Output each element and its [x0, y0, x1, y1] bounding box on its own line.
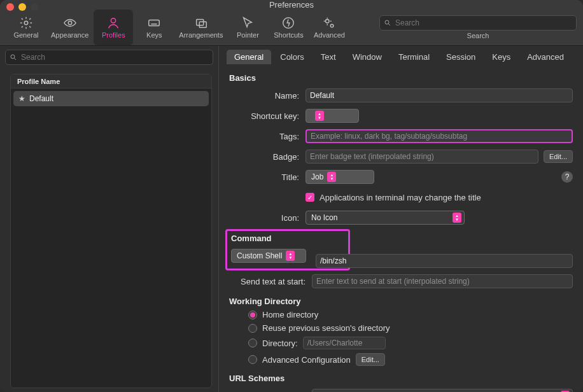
- window-title: Preferences: [0, 0, 583, 10]
- traffic-lights: [6, 3, 38, 11]
- tab-advanced[interactable]: Advanced: [519, 50, 572, 64]
- send-text-input[interactable]: [312, 274, 573, 288]
- badge-edit-button[interactable]: Edit...: [544, 150, 573, 163]
- section-working-directory: Working Directory: [229, 297, 573, 306]
- wd-directory-label: Directory:: [262, 339, 298, 348]
- tab-general[interactable]: General: [227, 50, 271, 64]
- toolbar-search-box[interactable]: [379, 15, 577, 31]
- toolbar-search-label: Search: [467, 32, 489, 39]
- svg-point-8: [331, 24, 334, 27]
- wd-advanced-radio[interactable]: [248, 355, 257, 364]
- eye-icon: [63, 16, 77, 30]
- svg-point-7: [326, 20, 330, 24]
- shortcut-key-select[interactable]: ▲▼: [306, 109, 359, 123]
- svg-point-9: [385, 20, 389, 24]
- title-help-button[interactable]: ?: [561, 171, 573, 183]
- shell-mode-select[interactable]: Custom Shell ▲▼: [231, 249, 306, 263]
- shell-path-input[interactable]: [316, 254, 573, 268]
- url-schemes-select[interactable]: Select URL Schemes... ▲▼: [312, 389, 573, 392]
- shortcut-label: Shortcut key:: [229, 111, 306, 121]
- preferences-toolbar: General Appearance Profiles Keys Arrange…: [0, 10, 583, 46]
- toolbar-keys[interactable]: Keys: [134, 10, 174, 45]
- toolbar-search: Search: [379, 15, 577, 39]
- apps-change-title-label: Applications in terminal may change the …: [320, 193, 481, 202]
- title-select[interactable]: Job ▲▼: [306, 170, 374, 184]
- badge-label: Badge:: [229, 152, 306, 162]
- gear-icon: [19, 16, 33, 30]
- svg-point-10: [11, 55, 15, 59]
- svg-rect-3: [149, 20, 160, 25]
- name-label: Name:: [229, 91, 306, 101]
- section-basics: Basics: [229, 73, 573, 83]
- wd-reuse-radio[interactable]: [248, 324, 257, 333]
- keyboard-icon: [147, 16, 161, 30]
- wd-directory-radio[interactable]: [248, 339, 257, 347]
- toolbar-advanced[interactable]: Advanced: [309, 10, 349, 45]
- sidebar-search-input[interactable]: [21, 53, 209, 62]
- tab-colors[interactable]: Colors: [272, 50, 312, 64]
- profile-tabs: General Colors Text Window Terminal Sess…: [219, 46, 583, 64]
- svg-point-2: [111, 18, 116, 23]
- svg-point-0: [24, 21, 28, 25]
- toolbar-pointer[interactable]: Pointer: [228, 10, 267, 45]
- toolbar-profiles[interactable]: Profiles: [94, 10, 133, 45]
- select-arrows-icon: ▲▼: [453, 213, 461, 223]
- tab-session[interactable]: Session: [439, 50, 483, 64]
- tags-label: Tags:: [229, 132, 306, 141]
- wd-home-label: Home directory: [262, 310, 318, 319]
- person-icon: [106, 16, 120, 30]
- name-input[interactable]: [306, 88, 573, 102]
- toolbar-general[interactable]: General: [6, 10, 46, 45]
- minimize-window-button[interactable]: [18, 3, 26, 11]
- svg-rect-5: [199, 22, 206, 27]
- section-url-schemes: URL Schemes: [229, 374, 573, 383]
- wd-advanced-label: Advanced Configuration: [262, 355, 351, 365]
- wd-advanced-edit-button[interactable]: Edit...: [356, 353, 385, 366]
- profile-list: Profile Name ★ Default: [10, 74, 212, 388]
- icon-select[interactable]: No Icon ▲▼: [306, 211, 465, 225]
- select-arrows-icon: ▲▼: [315, 111, 324, 121]
- badge-input[interactable]: [306, 150, 538, 164]
- bolt-icon: [281, 16, 295, 30]
- wd-directory-value: /Users/Charlotte: [303, 337, 386, 349]
- windows-icon: [194, 16, 208, 30]
- apps-change-title-checkbox[interactable]: ✓: [306, 193, 314, 202]
- tab-terminal[interactable]: Terminal: [391, 50, 437, 64]
- close-window-button[interactable]: [6, 3, 14, 11]
- titlebar: Preferences: [0, 0, 583, 10]
- profile-item-label: Default: [29, 94, 53, 103]
- tab-keys[interactable]: Keys: [484, 50, 518, 64]
- icon-label: Icon:: [229, 213, 306, 223]
- star-icon: ★: [18, 94, 25, 103]
- gears-icon: [322, 16, 336, 30]
- profile-content: General Colors Text Window Terminal Sess…: [218, 46, 583, 392]
- send-text-label: Send text at start:: [229, 277, 312, 286]
- search-icon: [10, 53, 17, 61]
- toolbar-shortcuts[interactable]: Shortcuts: [269, 10, 308, 45]
- sidebar-bottom-bar: Tags > + − ⚙ Other Actions... ▲▼: [0, 388, 218, 392]
- zoom-window-button[interactable]: [31, 3, 38, 11]
- tags-input[interactable]: [306, 129, 573, 143]
- svg-rect-4: [197, 20, 204, 25]
- select-arrows-icon: ▲▼: [327, 172, 336, 182]
- tab-text[interactable]: Text: [313, 50, 344, 64]
- profile-item-default[interactable]: ★ Default: [13, 91, 209, 106]
- wd-reuse-label: Reuse previous session's directory: [262, 323, 390, 333]
- tab-window[interactable]: Window: [345, 50, 390, 64]
- toolbar-search-input[interactable]: [395, 18, 572, 27]
- wd-home-radio[interactable]: [248, 311, 257, 319]
- sidebar-search-box[interactable]: [5, 50, 213, 65]
- profiles-sidebar: Profile Name ★ Default Tags > + − ⚙ Othe…: [0, 46, 218, 392]
- profile-list-header: Profile Name: [11, 74, 211, 88]
- section-command: Command: [231, 234, 344, 243]
- toolbar-arrangements[interactable]: Arrangements: [175, 10, 227, 45]
- pointer-icon: [241, 16, 255, 30]
- select-arrows-icon: ▲▼: [286, 251, 295, 261]
- title-label: Title:: [229, 172, 306, 182]
- svg-point-1: [68, 21, 72, 25]
- search-icon: [384, 19, 391, 27]
- toolbar-appearance[interactable]: Appearance: [47, 10, 92, 45]
